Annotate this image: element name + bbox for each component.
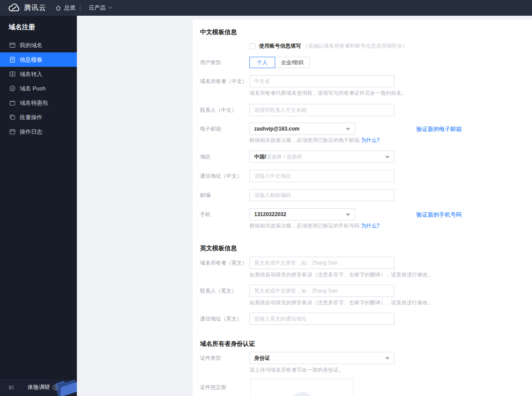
transfer-in-icon: [9, 71, 16, 78]
sidebar-item-label: 信息模板: [20, 56, 42, 64]
gift-package-icon: [9, 100, 16, 107]
phone-label: 手机: [200, 208, 249, 220]
sidebar-footer: 体验调研: [0, 378, 77, 396]
sidebar-item-label: 域名特惠包: [20, 99, 48, 107]
region-label: 地区: [200, 151, 249, 163]
user-type-org-button[interactable]: 企业/组织: [275, 57, 310, 68]
nav-overview-label: 总览: [64, 4, 76, 12]
chevron-down-icon: [108, 7, 112, 9]
sidebar-title: 域名注册: [0, 16, 77, 38]
sidebar: 域名注册 我的域名 信息模板 域名转入 域名 Push 域名特惠包 批: [0, 16, 77, 396]
user-type-switch: 个人 企业/组织: [249, 57, 310, 68]
user-type-personal-button[interactable]: 个人: [249, 57, 275, 68]
nav-cloud-products[interactable]: 云产品: [89, 0, 112, 16]
postcode-input[interactable]: [249, 189, 394, 201]
form-card: 中文模板信息 使用账号信息填写 （请确认域名所有者和账号信息是否相符合） 用户类…: [193, 20, 532, 396]
cert-front-upload-area[interactable]: [250, 379, 354, 396]
region-cascader[interactable]: 中国 / 请选择 / 请选择: [249, 151, 394, 163]
section-title-en: 英文模板信息: [200, 244, 237, 252]
address-en-label: 通信地址（英文）: [200, 313, 249, 325]
cert-type-select[interactable]: 身份证: [249, 352, 394, 364]
cert-type-label: 证件类型: [200, 352, 249, 364]
brand-name: 腾讯云: [24, 3, 46, 13]
sidebar-item-label: 操作日志: [20, 128, 42, 136]
select-caret-icon: [346, 213, 350, 216]
owner-en-input[interactable]: [249, 257, 394, 269]
select-caret-icon: [385, 156, 390, 158]
survey-label: 体验调研: [28, 383, 50, 391]
email-why-link[interactable]: 为什么?: [361, 137, 380, 143]
contact-en-label: 联系人（英文）: [200, 285, 249, 297]
sidebar-item-info-template[interactable]: 信息模板: [0, 52, 77, 67]
sidebar-item-label: 域名 Push: [20, 85, 45, 93]
phone-select[interactable]: 13120322032: [249, 208, 355, 220]
contact-en-help: 如系统自动填充的拼音有误（注意多音字、生僻字的翻译），请直接进行修改。: [249, 299, 433, 306]
address-cn-label: 通信地址（中文）: [200, 170, 249, 182]
sidebar-item-batch-operations[interactable]: 批量操作: [0, 110, 77, 124]
collapse-sidebar-icon[interactable]: [8, 384, 14, 391]
nav-products-label: 云产品: [89, 4, 106, 12]
contact-cn-input[interactable]: [249, 104, 394, 116]
home-icon: [55, 5, 62, 11]
survey-entry[interactable]: 体验调研: [28, 383, 58, 391]
phone-help-text: 根据相关政策法规，必须使用已验证的手机号码: [249, 223, 359, 229]
topbar: 腾讯云 总览 云产品: [0, 0, 532, 16]
email-select[interactable]: zashvip@163.com: [249, 123, 355, 135]
address-en-input[interactable]: [249, 313, 394, 325]
owner-en-help: 如系统自动填充的拼音有误（注意多音字、生僻字的翻译），请直接进行修改。: [249, 271, 433, 279]
content-area: 中文模板信息 使用账号信息填写 （请确认域名所有者和账号信息是否相符合） 用户类…: [77, 16, 532, 396]
calendar-log-icon: [9, 128, 16, 135]
push-circle-icon: [9, 85, 16, 92]
cert-type-selected-value: 身份证: [254, 355, 270, 362]
phone-why-link[interactable]: 为什么?: [361, 223, 380, 229]
document-icon: [9, 56, 16, 63]
contact-en-input[interactable]: [249, 285, 394, 297]
sidebar-item-label: 批量操作: [20, 114, 42, 121]
postcode-label: 邮编: [200, 189, 249, 201]
tencent-cloud-logo-icon: [7, 3, 21, 13]
layers-icon: [9, 114, 16, 121]
verify-new-phone-link[interactable]: 验证新的手机号码: [416, 211, 462, 219]
sidebar-item-operation-log[interactable]: 操作日志: [0, 124, 77, 139]
sidebar-item-my-domains[interactable]: 我的域名: [0, 38, 77, 52]
sidebar-item-domain-deals[interactable]: 域名特惠包: [0, 96, 77, 110]
use-account-label: 使用账号信息填写: [259, 42, 301, 50]
circle-arrow-icon: [52, 385, 58, 390]
browser-window-icon: [9, 42, 16, 49]
sidebar-item-domain-transfer[interactable]: 域名转入: [0, 67, 77, 81]
email-help-text: 根据相关政策法规，必须使用已验证的电子邮箱: [249, 137, 359, 143]
sidebar-item-label: 我的域名: [20, 41, 42, 49]
brand[interactable]: 腾讯云: [7, 0, 46, 16]
owner-cn-input[interactable]: [249, 75, 394, 87]
region-selected-value: 中国: [254, 153, 265, 161]
address-cn-input[interactable]: [249, 170, 394, 182]
nav-overview[interactable]: 总览: [55, 0, 76, 16]
contact-cn-label: 联系人（中文）: [200, 104, 249, 116]
owner-cn-label: 域名所有者（中文）: [200, 75, 249, 87]
region-placeholder: 请选择 / 请选择: [266, 153, 302, 161]
select-caret-icon: [346, 128, 350, 131]
select-caret-icon: [385, 357, 390, 360]
cert-type-help: 请上传与域名所有者完全一致的身份证。: [249, 366, 344, 374]
email-selected-value: zashvip@163.com: [254, 126, 300, 132]
use-account-note: （请确认域名所有者和账号信息是否相符合）: [303, 42, 408, 50]
cert-front-label: 证件照正面: [200, 381, 249, 393]
use-account-row: 使用账号信息填写 （请确认域名所有者和账号信息是否相符合）: [249, 42, 408, 50]
email-label: 电子邮箱: [200, 123, 249, 135]
user-type-label: 用户类型: [200, 56, 249, 69]
email-help: 根据相关政策法规，必须使用已验证的电子邮箱 为什么?: [249, 137, 380, 144]
owner-cn-help: 域名所有者代表域名使用权，请填写与所有者证件完全一致的姓名。: [249, 90, 407, 97]
verify-new-email-link[interactable]: 验证新的电子邮箱: [416, 125, 462, 133]
sidebar-item-label: 域名转入: [20, 70, 42, 78]
sidebar-item-domain-push[interactable]: 域名 Push: [0, 81, 77, 96]
section-title-identity: 域名所有者身份认证: [200, 340, 255, 348]
phone-help: 根据相关政策法规，必须使用已验证的手机号码 为什么?: [249, 222, 380, 230]
topbar-divider: [80, 4, 80, 11]
upload-placeholder-illustration: [290, 392, 315, 396]
section-title-cn: 中文模板信息: [200, 28, 237, 36]
phone-selected-value: 13120322032: [254, 211, 286, 217]
use-account-checkbox[interactable]: [249, 43, 256, 49]
owner-en-label: 域名所有者（英文）: [200, 257, 249, 269]
